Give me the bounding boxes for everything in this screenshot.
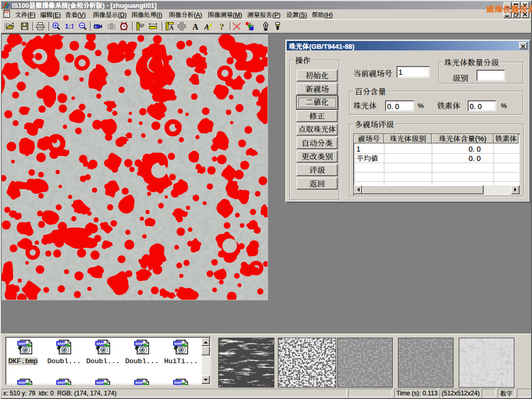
svg-text:A: A bbox=[169, 24, 174, 31]
svg-text:3: 3 bbox=[248, 26, 250, 31]
svg-text:?: ? bbox=[220, 22, 224, 31]
svg-text:DOC: DOC bbox=[5, 11, 10, 14]
svg-text:A: A bbox=[204, 23, 209, 31]
svg-text:A: A bbox=[192, 22, 198, 31]
svg-text:1:1: 1:1 bbox=[65, 22, 73, 30]
